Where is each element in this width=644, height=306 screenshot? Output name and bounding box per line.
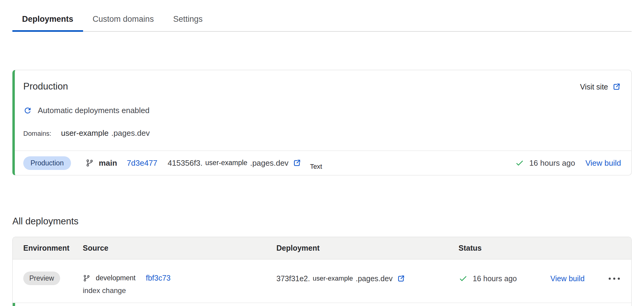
deployment-url-suffix: .pages.dev (250, 158, 288, 168)
auto-deployments-row: Automatic deployments enabled (23, 106, 621, 115)
view-build-link[interactable]: View build (550, 274, 585, 283)
deployment-url-hash: 373f31e2. (276, 274, 310, 283)
more-options-icon[interactable] (608, 276, 620, 282)
deployment-url-project: user-example (205, 159, 247, 167)
refresh-icon (23, 106, 32, 115)
commit-link[interactable]: fbf3c73 (146, 274, 171, 282)
source-branch: development fbf3c73 (83, 274, 276, 282)
check-icon (459, 274, 468, 283)
pages-project-screen: Deployments Custom domains Settings Prod… (0, 0, 644, 306)
next-row-partial (13, 303, 631, 306)
external-link-icon[interactable] (292, 158, 301, 168)
deployment-url-project: user-example (313, 275, 353, 282)
source-branch: main (85, 158, 117, 168)
branch-name: development (96, 274, 136, 282)
column-header-source: Source (83, 244, 276, 252)
tab-settings[interactable]: Settings (163, 8, 212, 32)
deployment-status: 16 hours ago (515, 158, 575, 168)
check-icon (515, 158, 524, 168)
column-header-status: Status (459, 244, 550, 252)
deployment-url-suffix: .pages.dev (356, 274, 393, 283)
all-deployments-title: All deployments (12, 216, 632, 227)
commit-link[interactable]: 7d3e477 (127, 158, 157, 168)
deployment-url-hash: 415356f3. (168, 158, 203, 168)
domain-name: user-example (61, 129, 109, 138)
environment-badge: Production (23, 156, 71, 170)
production-card-title: Production (23, 81, 68, 92)
commit-message: index change (83, 286, 276, 295)
production-deployment-row: Production main 7d3e477 415356f3. user-e… (15, 151, 631, 175)
visit-site-link[interactable]: Visit site (580, 82, 621, 91)
domain-suffix: .pages.dev (111, 129, 150, 138)
deployment-time: 16 hours ago (529, 158, 575, 168)
domains-label: Domains: (23, 130, 51, 138)
tab-bar: Deployments Custom domains Settings (12, 0, 632, 32)
external-link-icon (612, 82, 621, 91)
branch-name: main (99, 158, 117, 168)
visit-site-label: Visit site (580, 83, 608, 91)
deployment-table-row: Preview development fbf3c73 (13, 259, 631, 303)
production-card: Production Visit site (12, 70, 632, 175)
deployment-url: 415356f3. user-example .pages.dev (168, 158, 301, 168)
view-build-link[interactable]: View build (585, 158, 621, 168)
auto-deployments-text: Automatic deployments enabled (38, 106, 150, 115)
git-branch-icon (83, 274, 91, 282)
tab-custom-domains[interactable]: Custom domains (83, 8, 164, 32)
external-link-icon[interactable] (397, 274, 405, 283)
environment-badge: Preview (23, 272, 60, 285)
column-header-deployment: Deployment (276, 244, 459, 252)
deployment-status: 16 hours ago (459, 259, 550, 283)
commit-note: Text (310, 163, 322, 171)
tab-deployments[interactable]: Deployments (12, 8, 83, 32)
table-header-row: Environment Source Deployment Status (13, 237, 631, 259)
git-branch-icon (85, 159, 94, 167)
deployments-table: Environment Source Deployment Status Pre… (12, 237, 632, 306)
column-header-environment: Environment (13, 244, 83, 252)
domains-row: Domains: user-example .pages.dev (23, 129, 621, 138)
deployment-url: 373f31e2. user-example .pages.dev (276, 274, 405, 283)
deployment-time: 16 hours ago (473, 274, 517, 283)
